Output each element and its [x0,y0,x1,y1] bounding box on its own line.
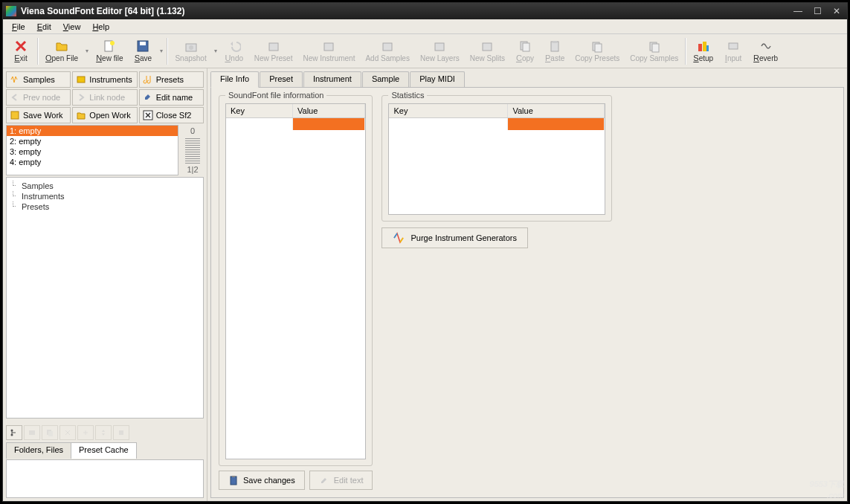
stats-cell-key[interactable] [389,118,508,130]
tree-tool-1[interactable] [6,425,22,440]
titlebar[interactable]: Viena SoundFont Editor [64 bit] (1.132) … [3,3,847,19]
preset-cache-tab[interactable]: Preset Cache [71,442,137,459]
link-node-button[interactable]: Link node [72,89,137,106]
tree-tool-2[interactable] [24,425,40,440]
copy-samples-button[interactable]: Copy Samples [625,38,683,65]
add-samples-button[interactable]: Add Samples [360,38,414,65]
tree-tool-5[interactable] [77,425,94,440]
snapshot-button[interactable]: Snapshot [170,38,211,65]
new-preset-icon [267,40,280,54]
slot-item-4[interactable]: 4: empty [7,157,178,167]
edit-name-button[interactable]: Edit name [139,89,204,106]
new-splits-button[interactable]: New Splits [465,38,510,65]
purge-generators-button[interactable]: Purge Instrument Generators [381,227,527,248]
instruments-icon [76,74,86,85]
samples-tab-button[interactable]: Samples [6,71,71,88]
info-grid[interactable]: Key Value [225,103,366,459]
slot-item-3[interactable]: 3: empty [7,146,178,157]
tree-tool-4[interactable] [59,425,76,440]
structure-tree[interactable]: Samples Instruments Presets [6,177,204,419]
tab-preset[interactable]: Preset [260,71,303,88]
tree-tool-6[interactable] [95,425,112,440]
horizontal-splitter[interactable] [6,420,204,423]
open-work-button[interactable]: Open Work [72,107,137,123]
info-cell-key[interactable] [226,118,293,130]
snapshot-dropdown[interactable]: ▾ [212,38,219,65]
stats-col-key[interactable]: Key [389,104,508,117]
instruments-tab-button[interactable]: Instruments [72,71,137,88]
new-instrument-button[interactable]: New Instrument [297,38,360,65]
svg-rect-24 [11,112,19,119]
tree-tool-3[interactable] [42,425,58,440]
new-file-button[interactable]: New file [91,37,128,65]
undo-icon [228,39,241,53]
open-file-dropdown[interactable]: ▾ [83,38,91,65]
right-panel: File Info Preset Instrument Sample Play … [207,68,847,501]
save-changes-button[interactable]: Save changes [219,471,305,490]
exit-button[interactable]: Exit [6,37,36,65]
save-dropdown[interactable]: ▾ [158,38,165,65]
maximize-button[interactable]: ☐ [810,5,825,17]
svg-rect-28 [29,430,35,435]
scale-widget[interactable]: 0 1|2 [181,125,204,175]
stats-col-value[interactable]: Value [508,104,605,117]
slot-list[interactable]: 1: empty 2: empty 3: empty 4: empty [6,125,178,175]
save-work-icon [10,110,20,120]
tab-sample[interactable]: Sample [362,71,409,88]
presets-tab-button[interactable]: Presets [139,71,204,88]
reverb-button[interactable]: Reverb [748,37,783,65]
tab-play-midi[interactable]: Play MIDI [410,71,465,88]
slot-item-2[interactable]: 2: empty [7,136,178,146]
tab-file-info[interactable]: File Info [210,71,259,88]
menu-view[interactable]: View [57,22,87,31]
save-button[interactable]: Save [128,37,158,65]
input-button[interactable]: Input [718,37,748,65]
arrow-left-icon [10,92,20,103]
new-preset-button[interactable]: New Preset [249,38,298,65]
window-title: Viena SoundFont Editor [64 bit] (1.132) [21,6,791,16]
close-icon [143,110,153,120]
svg-rect-14 [553,41,557,43]
right-tab-row: File Info Preset Instrument Sample Play … [210,71,844,88]
fieldset-legend-2: Statistics [388,91,427,100]
undo-button[interactable]: Undo [219,37,249,65]
tree-samples[interactable]: Samples [11,181,199,191]
new-instrument-icon [322,40,335,54]
menu-edit[interactable]: Edit [31,22,57,31]
info-col-value[interactable]: Value [293,104,365,117]
svg-rect-30 [48,431,53,436]
svg-rect-21 [706,45,709,51]
tree-tool-7[interactable] [113,425,129,440]
paste-button[interactable]: Paste [540,37,570,65]
svg-rect-12 [523,43,529,51]
svg-rect-23 [77,77,85,83]
svg-rect-32 [231,476,236,485]
minimize-button[interactable]: — [791,5,805,17]
copy-presets-button[interactable]: Copy Presets [570,38,625,65]
folders-files-tab[interactable]: Folders, Files [6,442,71,459]
setup-button[interactable]: Setup [688,37,718,65]
menu-help[interactable]: Help [86,22,115,31]
copy-button[interactable]: Copy [510,37,540,65]
stats-cell-value[interactable] [508,118,605,130]
close-button[interactable]: ✕ [829,5,844,17]
tree-presets[interactable]: Presets [11,201,199,212]
menu-file[interactable]: File [6,22,31,31]
preset-cache-content[interactable] [6,459,204,498]
info-col-key[interactable]: Key [226,104,293,117]
paste-icon [548,39,561,53]
edit-text-button[interactable]: Edit text [309,471,373,490]
new-layers-button[interactable]: New Layers [415,38,465,65]
stats-grid[interactable]: Key Value [388,103,605,215]
save-work-button[interactable]: Save Work [6,107,71,123]
svg-rect-3 [140,42,146,45]
slot-item-1[interactable]: 1: empty [7,126,178,136]
reverb-icon [759,39,773,53]
prev-node-button[interactable]: Prev node [6,89,71,106]
open-file-button[interactable]: Open File [40,37,83,65]
new-file-icon [103,39,116,53]
tree-instruments[interactable]: Instruments [11,191,199,201]
close-sf2-button[interactable]: Close Sf2 [139,107,204,123]
info-cell-value[interactable] [293,118,365,130]
tab-instrument[interactable]: Instrument [303,71,361,88]
